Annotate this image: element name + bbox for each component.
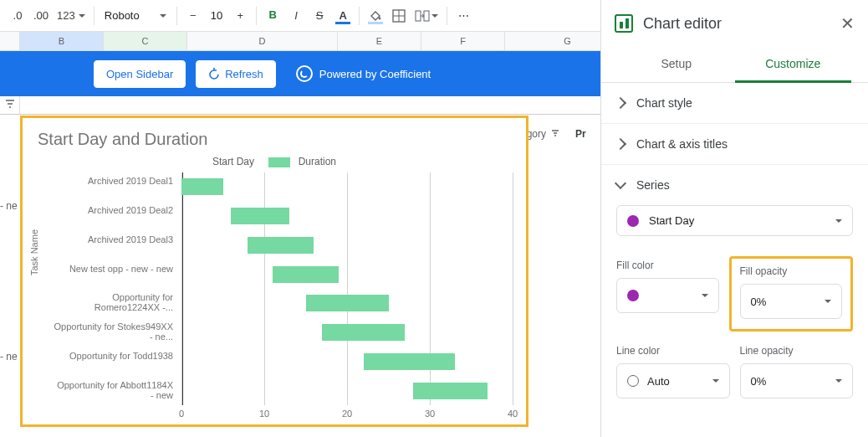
chart-bar <box>364 353 455 370</box>
chart-editor-icon <box>615 14 633 33</box>
fill-opacity-highlight: Fill opacity 0% <box>729 256 854 332</box>
x-tick-label: 0 <box>179 409 184 419</box>
strikethrough-button[interactable]: S <box>309 5 330 27</box>
legend-swatch-icon <box>268 157 290 167</box>
font-size-input[interactable]: 10 <box>206 9 227 22</box>
chart-title: Start Day and Duration <box>23 118 526 154</box>
number-format-menu[interactable]: 123 <box>54 5 89 27</box>
more-tools-button[interactable]: ⋯ <box>452 5 474 27</box>
filter-icon[interactable] <box>551 129 559 137</box>
decrease-decimal-button[interactable]: .0 <box>7 5 28 27</box>
chart-object[interactable]: Start Day and Duration Start Day Duratio… <box>20 116 528 427</box>
line-opacity-select[interactable]: 0% <box>740 363 854 398</box>
line-color-select[interactable]: Auto <box>616 363 730 398</box>
chevron-right-icon <box>615 138 626 150</box>
accordion-label: Chart & axis titles <box>636 137 728 151</box>
font-family-select[interactable]: Roboto <box>100 9 171 22</box>
accordion-axis-titles[interactable]: Chart & axis titles <box>601 124 868 164</box>
line-color-label: Line color <box>616 345 730 357</box>
svg-point-0 <box>379 17 381 19</box>
column-header[interactable]: E <box>338 32 421 50</box>
series-color-dot-icon <box>627 215 639 227</box>
cell-fragment: - ne <box>0 347 18 366</box>
tab-setup[interactable]: Setup <box>618 47 735 82</box>
borders-icon <box>392 9 406 23</box>
chart-bar <box>322 324 405 341</box>
y-tick-label: Opportunity for Stokes949XX - ne... <box>53 321 173 342</box>
y-tick-label: Opportunity for Abbott1184X - new <box>53 380 173 400</box>
column-header[interactable]: C <box>104 32 187 50</box>
y-tick-label: Archived 2019 Deal3 <box>53 234 173 244</box>
font-size-increase[interactable]: + <box>229 5 251 27</box>
borders-button[interactable] <box>388 5 410 27</box>
refresh-label: Refresh <box>225 68 263 80</box>
cell-fragment: Pr <box>575 125 586 143</box>
refresh-button[interactable]: Refresh <box>196 60 276 88</box>
refresh-icon <box>208 68 220 80</box>
coefficient-logo-icon <box>296 65 313 82</box>
open-sidebar-button[interactable]: Open Sidebar <box>94 60 186 88</box>
chevron-down-icon <box>160 14 166 18</box>
powered-by-label: Powered by Coefficient <box>296 65 431 82</box>
chevron-down-icon <box>835 379 842 383</box>
y-tick-label: New test opp - new - new <box>53 264 173 274</box>
chart-bar <box>181 178 223 195</box>
spreadsheet-grid[interactable]: - ne - ne ategory Pr Start Day and Durat… <box>0 96 600 437</box>
accordion-label: Chart style <box>636 96 692 110</box>
chart-bar <box>231 208 288 224</box>
chevron-down-icon <box>431 14 438 18</box>
chart-legend: Start Day Duration <box>23 154 526 172</box>
number-format-label: 123 <box>57 9 75 22</box>
chevron-down-icon <box>79 14 85 18</box>
x-tick-label: 10 <box>259 409 269 419</box>
column-header[interactable]: G <box>505 32 600 50</box>
column-header[interactable]: D <box>187 32 338 50</box>
chevron-down-icon <box>825 300 831 303</box>
legend-entry: Start Day <box>212 156 254 167</box>
chart-plot-area: Task Name Archived 2019 Deal1Archived 20… <box>31 172 518 420</box>
bold-button[interactable]: B <box>262 5 283 27</box>
fill-color-button[interactable] <box>365 5 386 27</box>
increase-decimal-button[interactable]: .00 <box>30 5 52 27</box>
color-swatch-icon <box>627 290 639 301</box>
merge-cells-button[interactable] <box>411 5 442 27</box>
line-color-value: Auto <box>647 375 670 388</box>
panel-title: Chart editor <box>643 15 830 33</box>
merge-icon <box>415 10 430 22</box>
paint-bucket-icon <box>369 10 382 22</box>
chart-bar <box>273 266 339 283</box>
column-header[interactable]: F <box>421 32 505 50</box>
y-tick-label: Archived 2019 Deal1 <box>53 176 173 186</box>
svg-rect-5 <box>424 11 429 21</box>
close-button[interactable]: ✕ <box>840 13 855 33</box>
series-select-value: Start Day <box>649 214 694 227</box>
series-select[interactable]: Start Day <box>616 205 853 236</box>
fill-opacity-value: 0% <box>751 296 767 308</box>
x-tick-label: 40 <box>508 409 518 419</box>
chevron-down-icon <box>835 219 842 223</box>
filter-icon[interactable] <box>5 99 15 109</box>
text-color-button[interactable]: A <box>332 5 354 27</box>
tab-customize[interactable]: Customize <box>735 47 852 83</box>
italic-button[interactable]: I <box>285 5 307 27</box>
font-family-label: Roboto <box>105 9 140 22</box>
fill-color-select[interactable] <box>616 278 719 313</box>
svg-rect-4 <box>416 11 421 21</box>
fill-color-label: Fill color <box>616 260 719 271</box>
fill-opacity-select[interactable]: 0% <box>740 284 843 319</box>
font-size-decrease[interactable]: − <box>182 5 204 27</box>
cell-fragment: - ne <box>0 197 18 215</box>
chart-bar <box>306 295 389 311</box>
y-tick-label: Opportunity for Todd1938 <box>53 351 173 361</box>
accordion-series[interactable]: Series <box>601 165 868 205</box>
font-size-value: 10 <box>211 9 222 22</box>
accordion-label: Series <box>636 178 670 192</box>
line-opacity-value: 0% <box>751 375 767 388</box>
column-header[interactable]: B <box>20 32 104 50</box>
chevron-down-icon <box>712 379 719 383</box>
accordion-chart-style[interactable]: Chart style <box>601 83 868 123</box>
chevron-down-icon <box>702 294 708 297</box>
y-tick-label: Archived 2019 Deal2 <box>53 205 173 215</box>
chart-bar <box>413 383 488 399</box>
column-header-row: B C D E F G <box>0 32 600 51</box>
